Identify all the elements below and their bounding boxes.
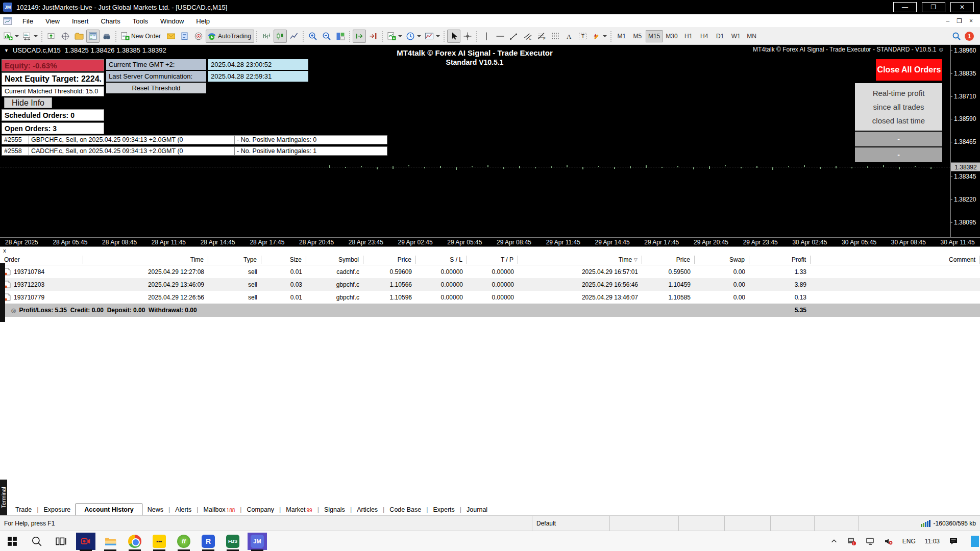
- strategy-tester-button[interactable]: [100, 30, 113, 43]
- tab-code-base[interactable]: Code Base: [384, 504, 426, 515]
- minimize-button[interactable]: —: [893, 2, 917, 12]
- label-button[interactable]: T: [576, 30, 590, 43]
- menu-help[interactable]: Help: [190, 15, 216, 27]
- column-header-size[interactable]: Size: [261, 256, 306, 264]
- yellow-app[interactable]: ■■■: [147, 531, 172, 551]
- tab-company[interactable]: Company: [242, 504, 280, 515]
- screen-recorder-app[interactable]: [74, 531, 98, 551]
- tray-network-icon[interactable]: [861, 531, 879, 551]
- search-button[interactable]: [24, 531, 49, 551]
- timeframe-m15[interactable]: M15: [646, 30, 663, 42]
- column-header-order[interactable]: Order: [0, 256, 83, 264]
- horizontal-line-button[interactable]: [494, 30, 507, 43]
- tray-alert-app-icon[interactable]: !: [843, 531, 861, 551]
- indicators-button[interactable]: [385, 30, 404, 43]
- column-header-profit[interactable]: Profit: [749, 256, 811, 264]
- search-button[interactable]: [950, 30, 963, 43]
- ff-app[interactable]: ff: [172, 531, 196, 551]
- column-header-type[interactable]: Type: [208, 256, 261, 264]
- arrows-button[interactable]: [590, 30, 608, 43]
- open-folder-button[interactable]: [72, 30, 86, 43]
- text-button[interactable]: A: [562, 30, 576, 43]
- channel-button[interactable]: E: [521, 30, 534, 43]
- peek-window-icon[interactable]: [971, 536, 979, 547]
- tab-trade[interactable]: Trade: [10, 504, 37, 515]
- column-header-symbol[interactable]: Symbol: [306, 256, 363, 264]
- refresh-button[interactable]: [45, 30, 58, 43]
- new-order-button[interactable]: New Order: [119, 30, 164, 43]
- tab-alerts[interactable]: Alerts: [170, 504, 197, 515]
- terminal-toggle-button[interactable]: [86, 30, 100, 43]
- dropdown-caret-icon[interactable]: [15, 35, 19, 37]
- templates-button[interactable]: [423, 30, 442, 43]
- task-view-button[interactable]: [49, 531, 74, 551]
- tray-volume-muted-icon[interactable]: [879, 531, 898, 551]
- timeframe-m5[interactable]: M5: [630, 30, 645, 42]
- metaeditor-button[interactable]: [164, 30, 178, 43]
- menu-insert[interactable]: Insert: [66, 15, 95, 27]
- timeframe-w1[interactable]: W1: [728, 30, 744, 42]
- table-row[interactable]: 1937107792025.04.29 12:26:56sell0.01gbpc…: [0, 291, 980, 304]
- new-chart-button[interactable]: [2, 30, 20, 43]
- column-header-close_time[interactable]: Time▽: [518, 256, 642, 264]
- child-minimize-button[interactable]: –: [946, 17, 950, 24]
- column-header-sl[interactable]: S / L: [416, 256, 467, 264]
- r-app[interactable]: R: [196, 531, 220, 551]
- close-all-orders-button[interactable]: Close All Orders: [876, 59, 942, 81]
- periods-button[interactable]: [404, 30, 423, 43]
- cycle-lines-button[interactable]: [549, 30, 562, 43]
- chrome-app[interactable]: [122, 531, 147, 551]
- dropdown-caret-icon[interactable]: [603, 35, 607, 37]
- tab-signals[interactable]: Signals: [319, 504, 350, 515]
- timeframe-m1[interactable]: M1: [614, 30, 629, 42]
- terminal-close-icon[interactable]: x: [2, 247, 8, 254]
- close-button[interactable]: ✕: [950, 2, 974, 12]
- tab-journal[interactable]: Journal: [461, 504, 493, 515]
- jm-app[interactable]: JM: [245, 531, 270, 551]
- candlestick-chart-button[interactable]: [274, 30, 287, 43]
- notification-badge[interactable]: 1: [965, 32, 974, 41]
- chart-shift-button[interactable]: [366, 30, 380, 43]
- timeframe-m30[interactable]: M30: [663, 30, 680, 42]
- reset-threshold-button[interactable]: Reset Threshold: [106, 83, 206, 93]
- crosshair-button[interactable]: [461, 30, 474, 43]
- timeframe-h1[interactable]: H1: [681, 30, 696, 42]
- options-button[interactable]: [192, 30, 205, 43]
- script-button[interactable]: [178, 30, 191, 43]
- dropdown-caret-icon[interactable]: [436, 35, 440, 37]
- timeframe-h4[interactable]: H4: [697, 30, 712, 42]
- column-header-time[interactable]: Time: [83, 256, 208, 264]
- line-chart-button[interactable]: [287, 30, 301, 43]
- tray-chevron-icon[interactable]: [825, 531, 843, 551]
- column-header-close_price[interactable]: Price: [642, 256, 695, 264]
- child-close-button[interactable]: ×: [969, 17, 973, 24]
- file-explorer-app[interactable]: [98, 531, 122, 551]
- tab-articles[interactable]: Articles: [352, 504, 383, 515]
- trendline-button[interactable]: [507, 30, 521, 43]
- fbs-app[interactable]: FBS: [220, 531, 245, 551]
- menu-file[interactable]: File: [16, 15, 39, 27]
- table-row[interactable]: 1937107842025.04.29 12:27:08sell0.01cadc…: [0, 265, 980, 278]
- tile-windows-button[interactable]: [334, 30, 347, 43]
- status-profile[interactable]: Default: [532, 516, 610, 531]
- tray-language[interactable]: ENG: [898, 531, 920, 551]
- start-button[interactable]: [0, 531, 24, 551]
- autotrading-button[interactable]: AutoTrading: [206, 30, 254, 43]
- tray-clock[interactable]: 11:03: [920, 531, 944, 551]
- bar-chart-button[interactable]: [260, 30, 273, 43]
- tab-experts[interactable]: Experts: [428, 504, 459, 515]
- dropdown-caret-icon[interactable]: [34, 35, 38, 37]
- menu-window[interactable]: Window: [154, 15, 190, 27]
- column-header-comment[interactable]: Comment: [811, 256, 980, 264]
- tray-notification-icon[interactable]: [944, 531, 963, 551]
- zoom-in-button[interactable]: [306, 30, 320, 43]
- column-header-price[interactable]: Price: [363, 256, 416, 264]
- menu-charts[interactable]: Charts: [94, 15, 126, 27]
- column-header-swap[interactable]: Swap: [695, 256, 749, 264]
- profiles-button[interactable]: [21, 30, 39, 43]
- column-header-tp[interactable]: T / P: [467, 256, 518, 264]
- auto-scroll-button[interactable]: [353, 30, 366, 43]
- zoom-out-button[interactable]: [320, 30, 333, 43]
- table-row[interactable]: 1937122032025.04.29 13:46:09sell0.03gbpc…: [0, 278, 980, 291]
- timeframe-d1[interactable]: D1: [713, 30, 728, 42]
